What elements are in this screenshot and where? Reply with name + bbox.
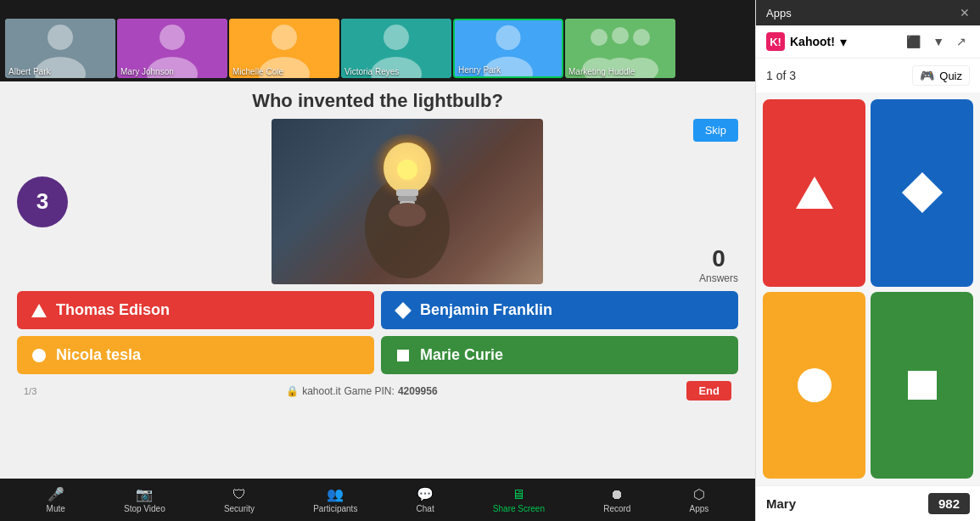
kahoot-card-green[interactable]	[871, 292, 973, 479]
svg-point-7	[272, 25, 297, 50]
quiz-badge: 🎮 Quiz	[912, 65, 970, 86]
toolbar-share-screen[interactable]: 🖥 Share Screen	[493, 487, 545, 513]
toolbar-apps[interactable]: ⬡ Apps	[690, 486, 709, 513]
game-pin: 🔒 kahoot.it Game PIN: 4209956	[286, 385, 437, 397]
svg-rect-27	[398, 196, 417, 201]
timer-circle: 3	[17, 176, 68, 227]
kahoot-chevron-icon[interactable]: ▾	[840, 34, 847, 50]
card-triangle-shape	[796, 176, 833, 209]
circle-icon	[31, 347, 48, 364]
chat-icon: 💬	[417, 486, 434, 502]
record-label: Record	[603, 504, 630, 513]
svg-point-10	[384, 25, 409, 50]
kahoot-site: kahoot.it	[302, 385, 340, 397]
apps-title: Apps	[766, 7, 792, 20]
quiz-progress-bar: 1 of 3 🎮 Quiz	[756, 59, 980, 92]
svg-point-18	[612, 27, 629, 44]
toolbar-participants[interactable]: 👥 Participants	[313, 486, 357, 513]
toolbar-security[interactable]: 🛡 Security	[224, 487, 255, 513]
leaderboard-name: Mary	[766, 496, 796, 511]
triangle-icon	[31, 302, 48, 319]
square-icon	[395, 347, 412, 364]
svg-point-29	[389, 203, 426, 227]
kahoot-app-header: K! Kahoot! ▾ ⬛ ▼ ↗	[756, 25, 980, 59]
svg-point-25	[397, 160, 417, 180]
answer-nicola-tesla[interactable]: Nicola tesla	[17, 336, 374, 374]
security-icon: 🛡	[232, 487, 246, 502]
answers-number: 0	[699, 245, 738, 272]
svg-point-20	[633, 29, 650, 46]
video-icon: 📷	[136, 486, 153, 502]
answer-a4-text: Marie Curie	[420, 346, 503, 364]
question-title: Who invented the lightbulb?	[17, 90, 738, 112]
kahoot-branding: K! Kahoot! ▾	[766, 32, 847, 51]
kahoot-header-icons: ⬛ ▼ ↗	[903, 33, 970, 50]
toolbar-stop-video[interactable]: 📷 Stop Video	[124, 486, 165, 513]
share-screen-icon: 🖥	[512, 487, 525, 502]
card-diamond-shape	[908, 178, 937, 207]
right-panel: Apps ✕ K! Kahoot! ▾ ⬛ ▼ ↗ 1 of 3 🎮 Quiz	[755, 0, 980, 521]
quiz-icon: 🎮	[920, 69, 934, 82]
pin-value: 4209956	[398, 385, 438, 397]
card-square-shape	[908, 371, 937, 400]
thumbnail-henry-label: Henry Park	[458, 65, 501, 75]
skip-button[interactable]: Skip	[693, 119, 738, 142]
kahoot-filter-icon[interactable]: ▼	[929, 33, 948, 50]
kahoot-card-yellow[interactable]	[763, 292, 865, 479]
kahoot-app-name: Kahoot!	[790, 35, 835, 48]
status-bar: 1/3 🔒 kahoot.it Game PIN: 4209956 End	[17, 378, 738, 404]
bottom-toolbar: 🎤 Mute 📷 Stop Video 🛡 Security 👥 Partici…	[0, 479, 755, 521]
thumbnail-albert[interactable]: Albert Park	[5, 19, 115, 78]
leaderboard-entry: Mary 982	[756, 485, 980, 521]
thumbnail-michelle[interactable]: Michelle Cole	[229, 19, 339, 78]
answers-count-block: 0 Answers	[699, 245, 738, 284]
thumbnail-mary[interactable]: Mary Johnson	[117, 19, 227, 78]
toolbar-chat[interactable]: 💬 Chat	[417, 486, 434, 513]
toolbar-record[interactable]: ⏺ Record	[603, 487, 630, 513]
record-icon: ⏺	[610, 487, 624, 502]
card-circle-shape	[798, 368, 832, 402]
answer-a2-text: Benjamin Franklin	[420, 301, 552, 319]
share-screen-label: Share Screen	[493, 504, 545, 513]
lock-icon: 🔒	[286, 385, 299, 397]
apps-label: Apps	[690, 504, 709, 513]
page-number: 1/3	[24, 386, 36, 396]
thumbnail-victoria[interactable]: Victoria Reyes	[341, 19, 451, 78]
thumbnail-victoria-label: Victoria Reyes	[344, 67, 399, 76]
kahoot-external-icon[interactable]: ↗	[953, 33, 970, 50]
apps-icon: ⬡	[693, 486, 705, 502]
thumbnails-row: Albert Park Mary Johnson	[0, 15, 755, 81]
kahoot-card-red[interactable]	[763, 99, 865, 287]
diamond-icon	[395, 302, 412, 319]
kahoot-card-blue[interactable]	[871, 99, 973, 287]
apps-close-button[interactable]: ✕	[960, 6, 970, 20]
answer-a1-text: Thomas Edison	[56, 301, 170, 319]
svg-point-1	[48, 25, 73, 50]
answers-label: Answers	[699, 272, 738, 284]
leaderboard-score: 982	[928, 493, 970, 514]
toolbar-mute[interactable]: 🎤 Mute	[47, 486, 65, 513]
question-image-container: Skip	[76, 119, 738, 284]
answer-thomas-edison[interactable]: Thomas Edison	[17, 291, 374, 329]
svg-point-16	[591, 29, 608, 46]
mute-icon: 🎤	[48, 486, 64, 502]
kahoot-content: Who invented the lightbulb? 3	[0, 81, 755, 479]
thumbnail-mary-label: Mary Johnson	[120, 67, 174, 76]
mute-label: Mute	[47, 504, 65, 513]
answer-benjamin-franklin[interactable]: Benjamin Franklin	[381, 291, 738, 329]
kahoot-k-icon: K!	[766, 32, 785, 51]
quiz-label: Quiz	[939, 70, 962, 82]
answer-a3-text: Nicola tesla	[56, 346, 141, 364]
stop-video-label: Stop Video	[124, 504, 165, 513]
thumbnail-henry[interactable]: Henry Park	[453, 19, 563, 78]
kahoot-expand-icon[interactable]: ⬛	[903, 33, 924, 50]
participants-icon: 👥	[327, 486, 344, 502]
participants-label: Participants	[313, 504, 357, 513]
end-button[interactable]: End	[686, 381, 731, 401]
answer-marie-curie[interactable]: Marie Curie	[381, 336, 738, 374]
thumbnail-marketing[interactable]: Marketing Huddle	[565, 19, 675, 78]
thumbnail-albert-label: Albert Park	[8, 67, 50, 76]
thumbnail-marketing-label: Marketing Huddle	[568, 67, 635, 76]
top-bar	[0, 0, 755, 15]
question-image	[272, 119, 543, 284]
